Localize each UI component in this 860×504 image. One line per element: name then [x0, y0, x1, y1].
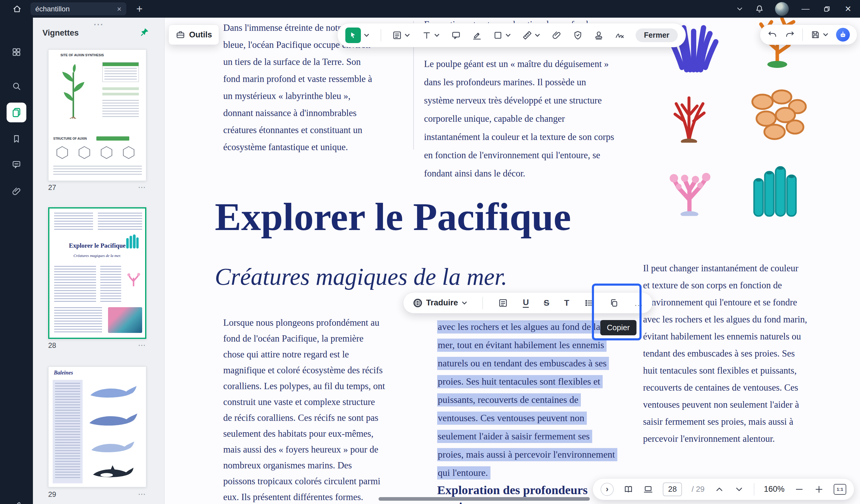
highlighter-tool-icon[interactable]	[472, 30, 482, 40]
thumbnails-panel: ⋯ Vignettes SITE OF AUXIN SYNTHESIS STRU…	[33, 18, 164, 504]
text-tool-button[interactable]	[421, 30, 440, 40]
drag-handle-icon[interactable]: ⋯	[86, 18, 111, 30]
pages-icon	[11, 107, 22, 118]
save-chevron-icon[interactable]	[822, 31, 829, 38]
sidebar-column-art	[53, 380, 83, 484]
select-tool-chevron-icon[interactable]	[363, 32, 370, 39]
restore-window-icon[interactable]	[822, 4, 831, 13]
toolbar-divider	[482, 297, 483, 309]
measure-tool-button[interactable]	[522, 30, 541, 40]
robot-icon	[838, 30, 847, 39]
thumbnail-menu-icon[interactable]: ⋯	[138, 183, 146, 192]
home-icon	[12, 4, 22, 14]
user-avatar[interactable]	[775, 2, 789, 16]
zoom-in-icon[interactable]	[814, 484, 824, 494]
thumbnail-page-27[interactable]: SITE OF AUXIN SYNTHESIS STRUCTURE OF AUX…	[48, 49, 146, 181]
text-icon	[421, 30, 432, 40]
mini-pink-coral-art	[125, 268, 142, 287]
doc-section-heading[interactable]: Exploration des profondeurs	[437, 483, 588, 497]
next-page-icon[interactable]	[734, 484, 744, 494]
edit-icon	[392, 30, 402, 40]
notifications-bell-icon[interactable]	[755, 4, 764, 14]
save-button[interactable]	[810, 30, 829, 40]
apps-grid-icon[interactable]	[11, 47, 22, 57]
tab-close-icon[interactable]: ×	[117, 5, 121, 13]
red-fan-coral-illustration	[660, 87, 718, 143]
document-title[interactable]: Explorer le Pacifique	[215, 194, 571, 240]
translate-button[interactable]: Traduire	[412, 298, 468, 308]
more-options-icon[interactable]: …	[634, 298, 643, 308]
list-icon[interactable]	[584, 298, 594, 308]
comments-panel-icon[interactable]	[11, 159, 22, 170]
actual-size-icon[interactable]: 1:1	[834, 484, 846, 495]
reading-mode-icon[interactable]	[623, 484, 633, 494]
bookmarks-icon[interactable]	[11, 134, 22, 144]
text-style-icon[interactable]: T	[564, 298, 569, 308]
thumbnail-menu-icon[interactable]: ⋯	[138, 341, 146, 350]
toolbox-icon	[175, 30, 186, 40]
orca-art	[89, 464, 136, 480]
underline-icon[interactable]: U	[523, 298, 529, 307]
search-icon[interactable]	[11, 81, 22, 91]
shape-chevron-icon[interactable]	[505, 32, 511, 39]
green-banner-art	[96, 136, 129, 141]
copy-tooltip: Copier	[600, 320, 636, 335]
undo-icon[interactable]	[767, 30, 777, 40]
translate-label: Traduire	[426, 298, 458, 307]
ai-assistant-button[interactable]	[836, 28, 850, 42]
translate-icon	[412, 298, 423, 308]
horizontal-scrollbar[interactable]	[378, 497, 590, 501]
thumbnail-row-29: 29 ⋯	[48, 490, 146, 499]
comment-tool-icon[interactable]	[451, 30, 461, 40]
pin-panel-icon[interactable]	[140, 27, 149, 37]
thumbnail-page-28[interactable]: Explorer le Pacifique Créatures magiques…	[48, 207, 146, 339]
thumbnail-menu-icon[interactable]: ⋯	[138, 490, 146, 499]
previous-page-icon[interactable]	[714, 484, 725, 494]
page-number-label: 27	[48, 183, 56, 192]
pdf-editor-window: { "titlebar": { "tab_title": "échantillo…	[0, 0, 860, 504]
left-rail	[0, 18, 33, 504]
selection-toolbar: Traduire U S T …	[403, 292, 653, 314]
copy-icon[interactable]	[609, 298, 619, 308]
signature-tool-icon[interactable]	[615, 30, 625, 40]
shape-tool-button[interactable]	[493, 30, 511, 40]
thumbnail-row-27: 27 ⋯	[48, 183, 146, 192]
thumbnail-page-29[interactable]: Baleines	[48, 366, 146, 487]
document-subtitle[interactable]: Créatures magiques de la mer.	[215, 263, 507, 290]
home-button[interactable]	[10, 2, 24, 16]
edit-tool-button[interactable]	[392, 30, 411, 40]
edit-chevron-icon[interactable]	[404, 32, 411, 39]
tab-list-chevron-icon[interactable]	[735, 5, 744, 13]
thumbnails-panel-button[interactable]	[6, 103, 26, 123]
measure-chevron-icon[interactable]	[534, 32, 541, 39]
tools-button[interactable]: Outils	[169, 25, 219, 45]
page-number-input[interactable]: 28	[663, 483, 682, 496]
highlight-text-icon[interactable]	[498, 298, 508, 308]
translate-chevron-icon[interactable]	[461, 300, 468, 306]
pink-coral-illustration	[661, 159, 718, 216]
pen-tool-icon[interactable]	[11, 500, 22, 504]
teal-sponge-illustration	[746, 159, 805, 218]
expand-panel-icon[interactable]: ›	[601, 483, 614, 496]
redo-icon[interactable]	[785, 30, 795, 40]
shape-icon	[493, 30, 503, 40]
history-toolbar	[760, 25, 857, 45]
text-chevron-icon[interactable]	[434, 32, 440, 39]
attachment-tool-icon[interactable]	[551, 30, 562, 40]
zoom-out-icon[interactable]	[794, 484, 804, 494]
protect-tool-icon[interactable]	[573, 30, 583, 40]
select-tool-button[interactable]	[345, 28, 361, 43]
orange-plate-coral-illustration	[746, 86, 807, 142]
close-window-icon[interactable]: ✕	[842, 4, 854, 14]
status-bar: › 28 / 29 160% 1:1	[592, 478, 854, 500]
zoom-level[interactable]: 160%	[764, 485, 785, 494]
attachments-panel-icon[interactable]	[11, 186, 22, 197]
presentation-mode-icon[interactable]	[643, 484, 653, 494]
toolbar-divider	[381, 29, 381, 42]
strikethrough-icon[interactable]: S	[544, 298, 549, 308]
minimize-window-icon[interactable]: —	[800, 4, 812, 13]
close-toolbar-button[interactable]: Fermer	[635, 28, 678, 42]
stamp-tool-icon[interactable]	[594, 30, 604, 40]
document-tab[interactable]: échantillon ×	[30, 2, 126, 15]
new-tab-button[interactable]: +	[133, 3, 146, 15]
